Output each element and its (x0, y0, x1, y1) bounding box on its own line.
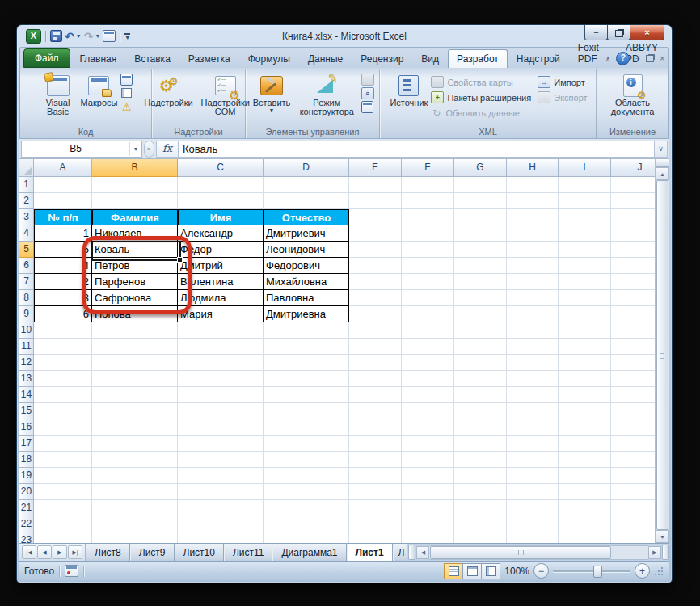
design-mode-button[interactable]: ✎ Режим конструктора (293, 72, 360, 118)
sheet-tab-partial[interactable]: Л (393, 544, 407, 561)
cell-A14[interactable] (34, 387, 92, 403)
last-sheet-icon[interactable]: ▶| (68, 545, 82, 559)
cell-D6[interactable]: Федорович (264, 258, 349, 274)
cell-B23[interactable] (92, 532, 178, 543)
cell-E17[interactable] (349, 436, 402, 452)
row-header-3[interactable]: 3 (19, 209, 34, 225)
cell-C23[interactable] (178, 532, 264, 543)
cell-E18[interactable] (349, 452, 402, 468)
cell-F21[interactable] (402, 500, 454, 516)
horizontal-scroll-track[interactable] (429, 545, 648, 560)
formula-input[interactable]: Коваль (179, 141, 655, 158)
cell-H5[interactable] (507, 242, 559, 258)
cell-H10[interactable] (507, 322, 559, 339)
first-sheet-icon[interactable]: |◀ (22, 545, 36, 559)
cell-C19[interactable] (178, 468, 264, 484)
cell-I9[interactable] (559, 306, 611, 322)
cell-A11[interactable] (34, 339, 92, 355)
visual-basic-button[interactable]: Visual Basic (39, 72, 78, 118)
row-header-16[interactable]: 16 (19, 419, 34, 436)
column-header-H[interactable]: H (507, 159, 559, 177)
cell-A4[interactable]: 1 (34, 225, 92, 242)
cell-D18[interactable] (264, 452, 349, 468)
macros-button[interactable]: Макросы (79, 72, 120, 109)
cell-G16[interactable] (454, 419, 507, 436)
cell-F17[interactable] (402, 436, 454, 452)
cell-D17[interactable] (264, 436, 349, 452)
cell-B15[interactable] (92, 403, 178, 419)
insert-controls-button[interactable]: Вставить ▼ (251, 72, 293, 115)
horizontal-scroll-thumb[interactable] (430, 546, 611, 559)
cell-A12[interactable] (34, 355, 92, 371)
cell-A15[interactable] (34, 403, 92, 419)
cell-E2[interactable] (349, 193, 402, 209)
cell-I11[interactable] (559, 339, 611, 355)
cell-E5[interactable] (349, 242, 402, 258)
cell-F1[interactable] (402, 177, 454, 193)
cell-C17[interactable] (178, 436, 264, 452)
cell-I7[interactable] (559, 274, 611, 290)
document-panel-button[interactable]: i⚙ Область документа (605, 72, 661, 118)
cell-F19[interactable] (402, 468, 454, 484)
cell-I10[interactable] (559, 322, 611, 339)
cell-C20[interactable] (178, 484, 264, 500)
scroll-up-icon[interactable]: ▲ (656, 167, 669, 180)
ribbon-tab-file[interactable]: Файл (23, 48, 70, 68)
cell-I20[interactable] (559, 484, 611, 500)
cell-I4[interactable] (559, 225, 611, 242)
help-icon[interactable]: ? (616, 52, 630, 65)
cell-G10[interactable] (454, 322, 507, 339)
cell-G14[interactable] (454, 387, 507, 403)
cell-H13[interactable] (507, 371, 559, 387)
row-header-20[interactable]: 20 (19, 484, 34, 500)
cell-H18[interactable] (507, 452, 559, 468)
cell-F13[interactable] (402, 371, 454, 387)
cell-H14[interactable] (507, 387, 559, 403)
cell-I3[interactable] (559, 209, 611, 225)
group-label-xml[interactable]: XML (380, 126, 596, 138)
cell-C3[interactable]: Имя (178, 209, 264, 225)
cell-F22[interactable] (402, 516, 454, 532)
cell-F11[interactable] (402, 339, 454, 355)
cell-A3[interactable]: № п/п (34, 209, 92, 225)
cell-D2[interactable] (264, 193, 349, 209)
cell-D10[interactable] (264, 322, 349, 339)
cell-E6[interactable] (349, 258, 402, 274)
cell-E23[interactable] (349, 532, 402, 543)
row-header-2[interactable]: 2 (19, 193, 34, 209)
cell-C21[interactable] (178, 500, 264, 516)
cell-D5[interactable]: Леонидович (264, 242, 349, 258)
cell-F15[interactable] (402, 403, 454, 419)
ribbon-tab-formulas[interactable]: Формулы (239, 49, 299, 68)
zoom-slider[interactable] (553, 570, 630, 572)
cell-D21[interactable] (264, 500, 349, 516)
cell-I2[interactable] (559, 193, 611, 209)
row-header-13[interactable]: 13 (19, 371, 34, 387)
cell-G19[interactable] (454, 468, 507, 484)
cell-G4[interactable] (454, 225, 507, 242)
cell-D16[interactable] (264, 419, 349, 436)
cell-H3[interactable] (507, 209, 559, 225)
cell-E14[interactable] (349, 387, 402, 403)
cell-E11[interactable] (349, 339, 402, 355)
row-header-19[interactable]: 19 (19, 468, 34, 484)
sheet-tab-Диаграмма1[interactable]: Диаграмма1 (272, 544, 346, 561)
cell-E19[interactable] (349, 468, 402, 484)
cell-C14[interactable] (178, 387, 264, 403)
ribbon-tab-insert[interactable]: Вставка (125, 49, 179, 68)
row-header-17[interactable]: 17 (19, 436, 34, 452)
cell-C4[interactable]: Александр (178, 225, 264, 242)
cell-A19[interactable] (34, 468, 92, 484)
cell-G9[interactable] (454, 306, 507, 322)
cell-F9[interactable] (402, 306, 454, 322)
cell-C2[interactable] (178, 193, 264, 209)
sheet-tab-Лист11[interactable]: Лист11 (224, 544, 273, 561)
cell-D22[interactable] (264, 516, 349, 532)
sheet-tab-Лист10[interactable]: Лист10 (175, 544, 224, 561)
cell-C15[interactable] (178, 403, 264, 419)
row-header-6[interactable]: 6 (19, 258, 34, 274)
cell-G8[interactable] (454, 290, 507, 306)
cell-A21[interactable] (34, 500, 92, 516)
cell-B1[interactable] (92, 177, 178, 193)
cell-B22[interactable] (92, 516, 178, 532)
